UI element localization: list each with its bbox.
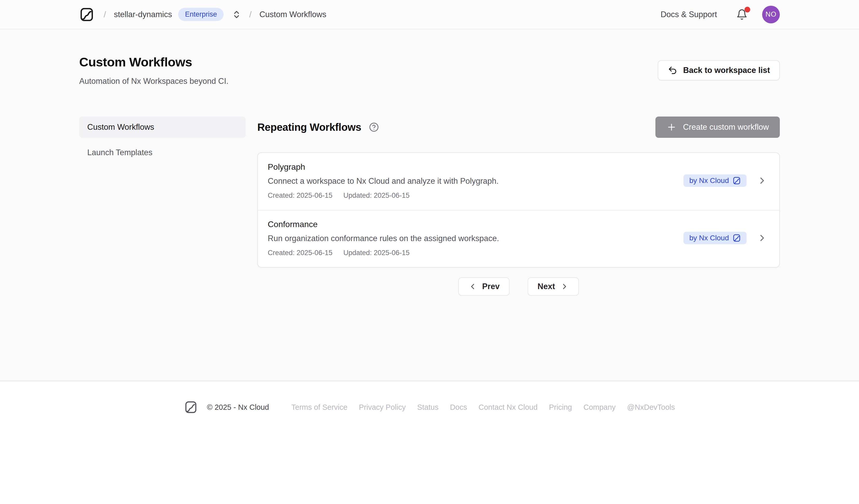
back-button-label: Back to workspace list xyxy=(683,66,770,75)
workflow-updated-date: Updated: 2025-06-15 xyxy=(343,192,409,200)
org-switcher-chevrons-icon[interactable] xyxy=(232,10,241,19)
create-button-label: Create custom workflow xyxy=(683,122,769,132)
sidebar-item-custom-workflows[interactable]: Custom Workflows xyxy=(79,117,246,138)
chevron-left-icon xyxy=(468,282,477,291)
footer-link-terms[interactable]: Terms of Service xyxy=(291,403,347,412)
workflow-description: Run organization conformance rules on th… xyxy=(268,233,499,244)
page-title: Custom Workflows xyxy=(79,55,228,69)
workflow-info: Polygraph Connect a workspace to Nx Clou… xyxy=(268,162,499,200)
settings-sidebar: Custom Workflows Launch Templates xyxy=(79,117,246,295)
breadcrumb: / stellar-dynamics Enterprise / Custom W… xyxy=(79,6,327,23)
notifications-button[interactable] xyxy=(736,9,748,20)
workflow-name: Polygraph xyxy=(268,162,499,172)
footer-link-privacy[interactable]: Privacy Policy xyxy=(359,403,406,412)
workflow-created-date: Created: 2025-06-15 xyxy=(268,249,332,257)
footer-links: Terms of Service Privacy Policy Status D… xyxy=(291,403,675,412)
enterprise-plan-badge: Enterprise xyxy=(178,8,224,21)
nx-logo-icon[interactable] xyxy=(79,6,96,23)
pagination: Prev Next xyxy=(257,277,780,295)
nx-logo-icon xyxy=(184,400,198,414)
navbar-actions: Docs & Support NO xyxy=(661,6,780,24)
footer-link-nxdevtools[interactable]: @NxDevTools xyxy=(627,403,675,412)
chevron-right-icon[interactable] xyxy=(757,175,767,186)
next-page-button[interactable]: Next xyxy=(528,277,579,295)
chevron-right-icon xyxy=(560,282,569,291)
back-to-workspace-list-button[interactable]: Back to workspace list xyxy=(658,60,780,80)
help-circle-icon[interactable] xyxy=(369,122,379,132)
page-header: Custom Workflows Automation of Nx Worksp… xyxy=(79,29,780,86)
section-title: Repeating Workflows xyxy=(257,121,361,133)
badge-label: by Nx Cloud xyxy=(689,234,729,242)
nx-logo-icon xyxy=(733,234,741,242)
breadcrumb-separator: / xyxy=(104,9,106,19)
prev-page-button[interactable]: Prev xyxy=(458,277,510,295)
workflow-description: Connect a workspace to Nx Cloud and anal… xyxy=(268,176,499,186)
sidebar-item-launch-templates[interactable]: Launch Templates xyxy=(79,144,246,161)
user-avatar[interactable]: NO xyxy=(762,6,780,24)
workflows-list-card: Polygraph Connect a workspace to Nx Clou… xyxy=(257,152,780,268)
by-nx-cloud-badge[interactable]: by Nx Cloud xyxy=(683,174,747,187)
create-custom-workflow-button[interactable]: Create custom workflow xyxy=(655,117,780,138)
footer-link-contact[interactable]: Contact Nx Cloud xyxy=(479,403,538,412)
docs-support-link[interactable]: Docs & Support xyxy=(661,10,717,19)
workflow-info: Conformance Run organization conformance… xyxy=(268,219,499,257)
prev-button-label: Prev xyxy=(482,282,500,291)
workflow-row-polygraph[interactable]: Polygraph Connect a workspace to Nx Clou… xyxy=(258,153,779,210)
page-footer: © 2025 - Nx Cloud Terms of Service Priva… xyxy=(0,381,859,503)
sidebar-item-label: Launch Templates xyxy=(87,148,152,157)
return-arrow-icon xyxy=(668,65,678,75)
breadcrumb-page-name[interactable]: Custom Workflows xyxy=(259,10,327,19)
next-button-label: Next xyxy=(538,282,555,291)
footer-link-pricing[interactable]: Pricing xyxy=(549,403,572,412)
breadcrumb-org-name[interactable]: stellar-dynamics xyxy=(114,10,172,19)
badge-label: by Nx Cloud xyxy=(689,177,729,185)
plus-icon xyxy=(666,122,677,132)
workflow-name: Conformance xyxy=(268,219,499,230)
chevron-right-icon[interactable] xyxy=(757,233,767,243)
footer-link-company[interactable]: Company xyxy=(584,403,616,412)
footer-link-status[interactable]: Status xyxy=(417,403,438,412)
page-body: Custom Workflows Automation of Nx Worksp… xyxy=(0,29,859,381)
top-navbar: / stellar-dynamics Enterprise / Custom W… xyxy=(0,0,859,29)
workflow-row-conformance[interactable]: Conformance Run organization conformance… xyxy=(258,210,779,267)
by-nx-cloud-badge[interactable]: by Nx Cloud xyxy=(683,232,747,244)
workflow-created-date: Created: 2025-06-15 xyxy=(268,192,332,200)
copyright-text: © 2025 - Nx Cloud xyxy=(207,403,269,412)
footer-link-docs[interactable]: Docs xyxy=(450,403,467,412)
breadcrumb-separator: / xyxy=(249,9,251,19)
sidebar-item-label: Custom Workflows xyxy=(87,122,154,132)
page-subtitle: Automation of Nx Workspaces beyond CI. xyxy=(79,77,228,86)
workflow-updated-date: Updated: 2025-06-15 xyxy=(343,249,409,257)
notification-dot xyxy=(744,7,750,13)
workflows-section: Repeating Workflows xyxy=(257,117,780,295)
nx-logo-icon xyxy=(733,177,741,185)
